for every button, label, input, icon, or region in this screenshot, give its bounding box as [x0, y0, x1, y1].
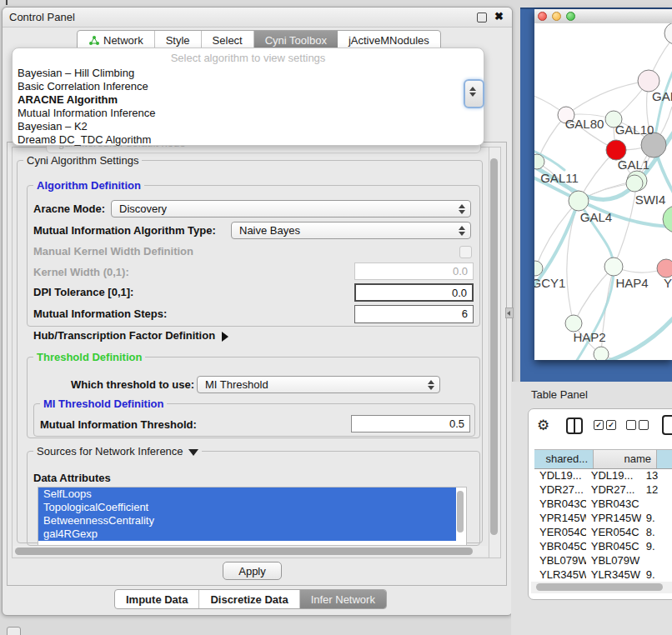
tab-infer-network[interactable]: Infer Network — [300, 590, 386, 608]
attribute-item-topologicalcoefficient[interactable]: TopologicalCoefficient — [38, 501, 456, 514]
gear-icon[interactable]: ⚙ — [537, 417, 549, 434]
group-title: Cyni Algorithm Settings — [23, 154, 142, 167]
table-panel-title: Table Panel — [531, 388, 588, 401]
dpi-tolerance-field[interactable]: 0.0 — [354, 283, 474, 302]
settings-vscrollbar-thumb[interactable] — [490, 158, 498, 535]
network-node-hap4[interactable] — [604, 258, 623, 276]
control-panel-titlebar[interactable]: Control Panel ✖ — [3, 8, 512, 28]
network-edge[interactable] — [535, 201, 579, 268]
network-icon — [88, 35, 99, 46]
network-edge[interactable] — [566, 81, 649, 115]
table-cell: 9. — [641, 511, 672, 525]
screen: { "window": { "title": "Control Panel", … — [0, 0, 672, 635]
kernel-width-label: Kernel Width (0,1): — [33, 266, 129, 279]
which-threshold-label: Which threshold to use: — [71, 378, 194, 392]
table-row[interactable]: YBL079WYBL079W — [534, 553, 672, 568]
column-header-name[interactable]: name — [594, 450, 657, 468]
table-row[interactable]: YDR27...YDR27...12 — [534, 482, 672, 497]
network-canvas[interactable]: GALGAL80GAL10GAL1GAL11GAL4SWI4GCY1HAP4YH… — [534, 23, 672, 360]
column-header-col2[interactable] — [657, 450, 672, 468]
float-window-icon[interactable] — [477, 12, 487, 22]
minimize-traffic-light-icon[interactable] — [552, 12, 561, 21]
network-node[interactable] — [594, 347, 609, 360]
sources-title-toggle[interactable]: Sources for Network Inference — [33, 445, 202, 458]
table-cell — [641, 497, 672, 511]
manual-kernel-checkbox[interactable] — [459, 246, 472, 258]
table-cell: YDL19... — [534, 468, 586, 482]
table-cell: YBL079W — [534, 553, 586, 568]
group-title: MI Threshold Definition — [40, 398, 167, 410]
node-table: ⚙ ✓ ✓ shared...name YDL19...YDL19...13YD… — [528, 408, 672, 600]
tab-impute-data[interactable]: Impute Data — [115, 590, 199, 608]
table-body: YDL19...YDL19...13YDR27...YDR27...12YBR0… — [534, 468, 672, 582]
attribute-item-gal4rgexp[interactable]: gal4RGexp — [38, 528, 456, 541]
mi-steps-field[interactable]: 6 — [354, 305, 474, 323]
table-row[interactable]: YLR345WYLR345W9. — [534, 568, 672, 582]
tab-label: jActiveMNodules — [349, 34, 429, 47]
hub-definition-label: Hub/Transcription Factor Definition — [33, 329, 215, 342]
table-row[interactable]: YBR045CYBR045C9. — [534, 539, 672, 553]
manual-kernel-label: Manual Kernel Width Definition — [33, 245, 193, 258]
close-icon[interactable]: ✖ — [494, 10, 504, 22]
attribute-item-betweennesscentrality[interactable]: BetweennessCentrality — [38, 514, 456, 528]
which-threshold-combo[interactable]: MI Threshold — [197, 376, 440, 393]
panel-divider-toggle[interactable] — [505, 308, 514, 318]
algorithm-option-aracne-algorithm[interactable]: ARACNE Algorithm — [13, 93, 484, 107]
attribute-item-selfloops[interactable]: SelfLoops — [38, 488, 456, 501]
network-node-gal4[interactable] — [569, 191, 589, 211]
group-title: Threshold Definition — [33, 351, 145, 363]
table-cell: YLR345W — [586, 568, 641, 582]
select-all-icon[interactable]: ✓ ✓ — [594, 420, 616, 430]
table-row[interactable]: YER054CYER054C8. — [534, 525, 672, 539]
network-window-titlebar[interactable] — [534, 9, 672, 24]
tab-discretize-data[interactable]: Discretize Data — [199, 590, 299, 608]
table-row[interactable]: YDL19...YDL19...13 — [534, 468, 672, 482]
node-label-gal10: GAL10 — [615, 122, 654, 137]
table-row[interactable]: YPR145WYPR145W9. — [534, 511, 672, 525]
mi-type-combo[interactable]: Naive Bayes — [231, 222, 471, 239]
algorithm-combo-spinner[interactable] — [464, 79, 484, 108]
algorithm-option-mutual-information-inference[interactable]: Mutual Information Inference — [13, 107, 484, 120]
mi-threshold-label: Mutual Information Threshold: — [40, 418, 197, 432]
algorithm-option-bayesian-hill-climbing[interactable]: Bayesian – Hill Climbing — [13, 67, 484, 80]
mi-steps-label: Mutual Information Steps: — [33, 308, 167, 321]
list-scrollbar-thumb[interactable] — [457, 491, 464, 532]
table-cell: 9. — [641, 539, 672, 553]
aracne-mode-combo[interactable]: Discovery — [111, 200, 471, 218]
node-label-swi4: SWI4 — [635, 192, 666, 207]
apply-button[interactable]: Apply — [223, 562, 282, 580]
unchecked-box-icon — [639, 420, 649, 430]
algorithm-option-dream8-dc-tdc-algorithm[interactable]: Dream8 DC_TDC Algorithm — [13, 133, 484, 147]
settings-hscrollbar-thumb[interactable] — [15, 548, 473, 555]
checked-box-icon: ✓ — [594, 420, 604, 430]
network-node[interactable] — [664, 23, 672, 44]
hub-definition-toggle[interactable]: Hub/Transcription Factor Definition — [33, 329, 228, 342]
algorithm-option-bayesian-k2[interactable]: Bayesian – K2 — [13, 120, 484, 133]
zoom-traffic-light-icon[interactable] — [566, 12, 575, 21]
table-cell: 9. — [641, 568, 672, 582]
deselect-all-icon[interactable] — [626, 420, 649, 430]
mi-threshold-field[interactable]: 0.5 — [351, 415, 470, 432]
column-layout-icon[interactable] — [566, 418, 583, 434]
column-header-shared-[interactable]: shared... — [534, 450, 594, 468]
node-label-gal4: GAL4 — [580, 210, 612, 224]
table-row[interactable]: YBR043CYBR043C — [534, 497, 672, 511]
node-label-hap4: HAP4 — [615, 276, 648, 290]
network-node[interactable] — [663, 206, 672, 232]
sources-title: Sources for Network Inference — [37, 445, 183, 458]
network-node-swi4[interactable] — [626, 175, 643, 192]
close-traffic-light-icon[interactable] — [538, 12, 547, 21]
checked-box-icon: ✓ — [606, 420, 616, 430]
algorithm-dropdown-list: Bayesian – Hill ClimbingBasic Correlatio… — [13, 67, 484, 147]
kernel-width-field[interactable]: 0.0 — [354, 262, 474, 280]
table-cell: YBR045C — [586, 539, 641, 553]
panel-corner-button[interactable] — [7, 627, 21, 635]
network-node-y[interactable] — [657, 259, 672, 278]
new-column-icon[interactable] — [662, 415, 672, 435]
network-node-hap2[interactable] — [565, 315, 582, 332]
table-cell: YDR27... — [534, 482, 586, 497]
algorithm-option-basic-correlation-inference[interactable]: Basic Correlation Inference — [13, 80, 484, 93]
data-attributes-label: Data Attributes — [33, 472, 111, 485]
node-label-hap2: HAP2 — [573, 330, 605, 344]
table-hscrollbar-thumb[interactable] — [536, 583, 663, 591]
